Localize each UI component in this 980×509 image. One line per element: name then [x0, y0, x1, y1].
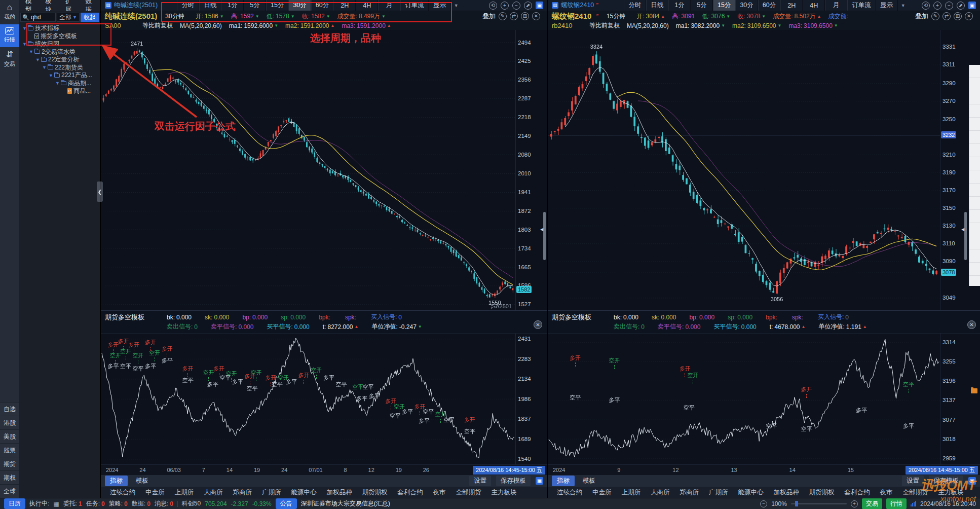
- exchange-tab-连续合约[interactable]: 连续合约: [106, 487, 139, 498]
- tree-node[interactable]: V期货多空模板: [19, 32, 100, 41]
- tree-caret-icon[interactable]: ▼: [49, 73, 53, 78]
- sidebar-item-mine[interactable]: ⌂ 我的: [0, 0, 19, 24]
- panel-layout-icon[interactable]: ▣: [536, 2, 543, 9]
- period-tab-分时[interactable]: 分时: [624, 0, 646, 11]
- exchange-tab-全部期货[interactable]: 全部期货: [452, 487, 485, 498]
- share-icon[interactable]: ⬈: [524, 2, 532, 10]
- zoom-out-icon[interactable]: −: [512, 2, 520, 10]
- exchange-tab-连续合约[interactable]: 连续合约: [553, 487, 586, 498]
- quote-status-badge[interactable]: 行情: [886, 498, 907, 509]
- exchange-tab-加权品种[interactable]: 加权品种: [323, 487, 356, 498]
- chart-tab[interactable]: ▤纯碱连续(2501): [101, 0, 177, 11]
- tree-caret-icon[interactable]: ▼: [29, 49, 33, 54]
- market-tab-股票[interactable]: 股票: [0, 443, 19, 457]
- close-icon[interactable]: ✕: [532, 12, 540, 20]
- share-icon[interactable]: ⬈: [957, 2, 965, 10]
- bottom-tab-模板[interactable]: 模板: [131, 476, 154, 486]
- zoom-out-icon[interactable]: −: [760, 500, 767, 507]
- tree-caret-icon[interactable]: ▼: [22, 42, 26, 47]
- tree-caret-icon[interactable]: ▼: [22, 26, 26, 31]
- period-tab-日线[interactable]: 日线: [199, 0, 221, 11]
- tree-node[interactable]: ▼2交易流水类: [19, 48, 100, 56]
- exchange-tab-套利合约[interactable]: 套利合约: [394, 487, 427, 498]
- period-tab-2H[interactable]: 2H: [780, 0, 803, 11]
- period-tab-60分[interactable]: 60分: [758, 0, 780, 11]
- market-tab-期权[interactable]: 期权: [0, 470, 19, 484]
- save-template-button[interactable]: 保存模板: [929, 476, 963, 486]
- exchange-tab-广期所[interactable]: 广期所: [258, 487, 285, 498]
- tree-caret-icon[interactable]: ▼: [55, 81, 59, 86]
- zoom-slider[interactable]: [791, 503, 847, 504]
- folder-icon[interactable]: [971, 388, 977, 393]
- collapse-button[interactable]: 收起: [81, 13, 99, 22]
- panel-layout-icon[interactable]: ▣: [536, 477, 543, 485]
- period-tab-月[interactable]: 月: [825, 0, 847, 11]
- calendar-button[interactable]: 日历: [4, 498, 25, 509]
- sidebar-item-quotes[interactable]: 行情: [0, 24, 19, 47]
- chevron-down-icon[interactable]: ▼: [451, 0, 462, 11]
- exchange-tab-上期所[interactable]: 上期所: [618, 487, 645, 498]
- tree-node[interactable]: ▼技术指标: [19, 24, 100, 32]
- undo-icon[interactable]: ⟲: [489, 2, 497, 10]
- market-tab-港股[interactable]: 港股: [0, 416, 19, 429]
- edit-pencil-icon[interactable]: ✎: [931, 12, 939, 20]
- chart-tab[interactable]: ▤螺纹钢2410‴: [548, 0, 624, 11]
- bottom-tab-指标[interactable]: 指标: [105, 476, 128, 486]
- candlestick-chart-canvas[interactable]: [548, 30, 940, 310]
- market-tab-期货[interactable]: 期货: [0, 457, 19, 470]
- period-tab-显示[interactable]: 显示: [429, 0, 451, 11]
- collapse-arrow-icon[interactable]: ◀: [961, 227, 964, 232]
- exchange-tab-主力板块[interactable]: 主力板块: [487, 487, 521, 498]
- index-name[interactable]: 科创50: [182, 499, 201, 508]
- period-tab-5分[interactable]: 5分: [691, 0, 713, 11]
- link-icon[interactable]: ⇄: [943, 12, 951, 20]
- announcement-text[interactable]: 深圳证券市场大宗交易信息(汇总): [301, 499, 390, 508]
- exchange-tab-夜市[interactable]: 夜市: [429, 487, 450, 498]
- period-tab-订单流[interactable]: 订单流: [400, 0, 429, 11]
- close-icon[interactable]: ✕: [965, 12, 973, 20]
- undo-icon[interactable]: ⟲: [922, 2, 930, 10]
- right-panel-scrollbar[interactable]: [964, 212, 967, 260]
- exchange-tab-能源中心[interactable]: 能源中心: [287, 487, 321, 498]
- indicator-line-canvas[interactable]: [101, 334, 515, 464]
- announcement-button[interactable]: 公告: [276, 498, 297, 509]
- tree-node[interactable]: ▼222期货类: [19, 64, 100, 72]
- exchange-tab-能源中心[interactable]: 能源中心: [734, 487, 768, 498]
- period-tab-1分[interactable]: 1分: [221, 0, 244, 11]
- grid-add-icon[interactable]: ⊞: [954, 12, 962, 20]
- exchange-tab-主力板块[interactable]: 主力板块: [934, 487, 968, 498]
- exchange-tab-期货期权[interactable]: 期货期权: [805, 487, 839, 498]
- exchange-tab-广期所[interactable]: 广期所: [705, 487, 732, 498]
- bottom-tab-指标[interactable]: 指标: [552, 476, 575, 486]
- market-tab-自选[interactable]: 自选: [0, 402, 19, 416]
- indicator-line-canvas[interactable]: [548, 334, 940, 464]
- task-grid-icon[interactable]: ▦: [53, 500, 59, 507]
- trade-status-badge[interactable]: 交易: [862, 498, 882, 509]
- period-tab-订单流[interactable]: 订单流: [847, 0, 876, 11]
- left-panel-scrollbar[interactable]: [543, 212, 546, 260]
- market-tab-美股[interactable]: 美股: [0, 429, 19, 443]
- exchange-tab-中金所[interactable]: 中金所: [141, 487, 169, 498]
- period-tab-分时[interactable]: 分时: [177, 0, 199, 11]
- period-tab-15分[interactable]: 15分: [266, 0, 288, 11]
- tree-node[interactable]: ▼22定量分析: [19, 56, 100, 64]
- period-tab-1分[interactable]: 1分: [668, 0, 691, 11]
- grid-add-icon[interactable]: ⊞: [521, 12, 529, 20]
- exchange-tab-郑商所[interactable]: 郑商所: [676, 487, 703, 498]
- zoom-in-icon[interactable]: +: [851, 500, 858, 507]
- period-tab-日线[interactable]: 日线: [646, 0, 668, 11]
- link-icon[interactable]: ⇄: [510, 12, 518, 20]
- exchange-tab-加权品种[interactable]: 加权品种: [770, 487, 803, 498]
- period-tab-月[interactable]: 月: [378, 0, 400, 11]
- period-tab-15分[interactable]: 15分: [713, 0, 735, 11]
- settings-button[interactable]: 设置: [902, 476, 924, 486]
- save-template-button[interactable]: 保存模板: [496, 476, 531, 486]
- settings-button[interactable]: 设置: [469, 476, 491, 486]
- period-tab-4H[interactable]: 4H: [356, 0, 378, 11]
- panel-layout-icon[interactable]: ▣: [968, 2, 976, 9]
- exchange-tab-全部期货[interactable]: 全部期货: [899, 487, 932, 498]
- search-input[interactable]: 🔍 qhd: [20, 13, 56, 22]
- exchange-tab-上期所[interactable]: 上期所: [171, 487, 198, 498]
- zoom-in-icon[interactable]: +: [933, 2, 941, 10]
- exchange-tab-夜市[interactable]: 夜市: [876, 487, 897, 498]
